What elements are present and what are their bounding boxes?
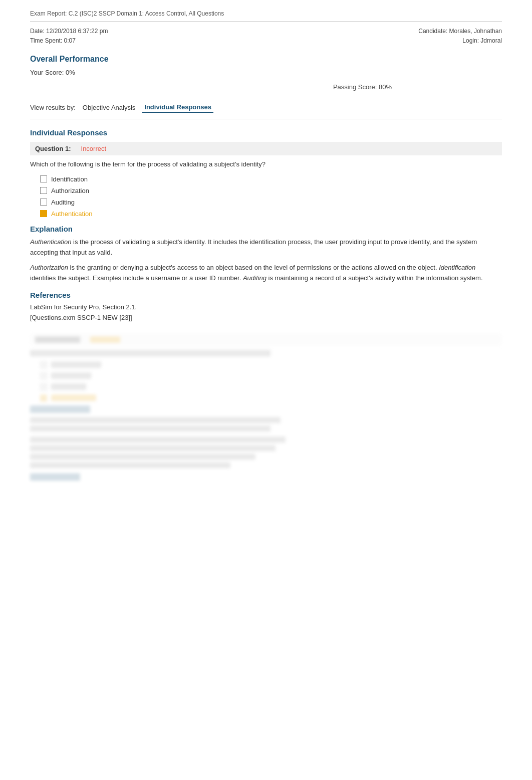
exam-report-page: Exam Report: C.2 (ISC)2 SSCP Domain 1: A… [30, 10, 502, 481]
answer-option-1: Identification [30, 175, 502, 183]
answer-checkbox-4 [40, 210, 47, 217]
explanation-italic-3: Identification [439, 264, 475, 271]
references-title: References [30, 291, 502, 299]
meta-row: Date: 12/20/2018 6:37:22 pm Time Spent: … [30, 27, 502, 46]
login-label: Login: Jdmoral [418, 36, 502, 46]
exam-title: Exam Report: C.2 (ISC)2 SSCP Domain 1: A… [30, 10, 502, 22]
answer-options: Identification Authorization Auditing Au… [30, 175, 502, 218]
question-1-status: Incorrect [81, 145, 107, 152]
your-score: Your Score: 0% [30, 69, 502, 76]
tab-individual-responses[interactable]: Individual Responses [142, 102, 213, 113]
meta-left: Date: 12/20/2018 6:37:22 pm Time Spent: … [30, 27, 108, 46]
references-line-2: [Questions.exm SSCP-1 NEW [23]] [30, 313, 502, 323]
answer-checkbox-1 [40, 175, 47, 182]
answer-text-1: Identification [51, 175, 88, 183]
score-bar-area: Passing Score: 80% [30, 78, 502, 98]
answer-text-2: Authorization [51, 187, 89, 194]
answer-text-4: Authentication [51, 210, 92, 218]
blurred-q2-header [30, 333, 502, 346]
individual-responses-title: Individual Responses [30, 128, 502, 137]
explanation-italic-4: Auditing [243, 274, 267, 282]
answer-checkbox-2 [40, 187, 47, 194]
meta-right: Candidate: Morales, Johnathan Login: Jdm… [418, 27, 502, 46]
answer-checkbox-3 [40, 199, 47, 206]
explanation-italic-2: Authorization [30, 264, 68, 271]
answer-option-4: Authentication [30, 210, 502, 218]
question-1-label: Question 1: [35, 145, 71, 152]
answer-option-3: Auditing [30, 199, 502, 206]
explanation-para-2: Authorization is the granting or denying… [30, 263, 502, 284]
tab-objective-analysis[interactable]: Objective Analysis [81, 103, 138, 112]
blurred-question-2 [30, 333, 502, 481]
passing-score-label: Passing Score: 80% [333, 83, 392, 91]
question-1-text: Which of the following is the term for t… [30, 159, 502, 169]
explanation-title: Explanation [30, 225, 502, 233]
explanation-italic-1: Authentication [30, 238, 71, 246]
view-results-row: View results by: Objective Analysis Indi… [30, 102, 502, 119]
question-1-header: Question 1: Incorrect [30, 142, 502, 155]
answer-option-2: Authorization [30, 187, 502, 194]
explanation-para-1: Authentication is the process of validat… [30, 237, 502, 258]
time-label: Time Spent: 0:07 [30, 36, 108, 46]
date-label: Date: 12/20/2018 6:37:22 pm [30, 27, 108, 36]
view-results-label: View results by: [30, 104, 76, 111]
overall-performance-title: Overall Performance [30, 55, 502, 64]
candidate-label: Candidate: Morales, Johnathan [418, 27, 502, 36]
answer-text-3: Auditing [51, 199, 75, 206]
references-text: LabSim for Security Pro, Section 2.1. [Q… [30, 302, 502, 323]
references-line-1: LabSim for Security Pro, Section 2.1. [30, 302, 502, 313]
